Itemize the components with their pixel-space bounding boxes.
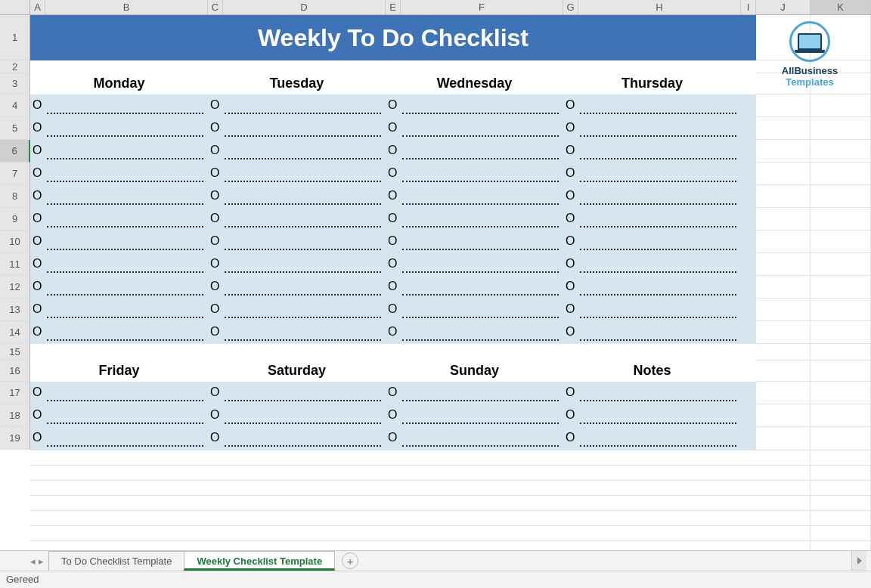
checklist-bullet[interactable]: O bbox=[566, 121, 575, 135]
sheet-tab-todo[interactable]: To Do Checklist Template bbox=[48, 551, 184, 571]
checklist-bullet[interactable]: O bbox=[388, 325, 397, 339]
checklist-bullet[interactable]: O bbox=[388, 280, 397, 293]
row-header-8[interactable]: 8 bbox=[0, 185, 30, 208]
checklist-line[interactable] bbox=[580, 203, 736, 205]
checklist-bullet[interactable]: O bbox=[566, 98, 575, 112]
row-header-17[interactable]: 17 bbox=[0, 382, 30, 404]
row-header-18[interactable]: 18 bbox=[0, 404, 30, 427]
column-header-G[interactable]: G bbox=[563, 0, 578, 14]
column-header-I[interactable]: I bbox=[741, 0, 756, 14]
checklist-line[interactable] bbox=[47, 422, 203, 424]
column-header-E[interactable]: E bbox=[386, 0, 401, 14]
checklist-bullet[interactable]: O bbox=[388, 408, 397, 422]
checklist-line[interactable] bbox=[225, 181, 381, 182]
checklist-bullet[interactable]: O bbox=[566, 166, 575, 180]
checklist-line[interactable] bbox=[402, 135, 559, 137]
checklist-line[interactable] bbox=[47, 271, 203, 273]
checklist-line[interactable] bbox=[402, 226, 559, 227]
tab-scroll-right[interactable] bbox=[851, 551, 866, 571]
row-header-11[interactable]: 11 bbox=[0, 253, 30, 276]
sheet-tab-weekly[interactable]: Weekly Checklist Template bbox=[184, 551, 335, 571]
row-header-6[interactable]: 6 bbox=[0, 140, 30, 162]
checklist-line[interactable] bbox=[580, 158, 736, 159]
checklist-line[interactable] bbox=[580, 181, 736, 182]
checklist-line[interactable] bbox=[580, 113, 736, 114]
checklist-bullet[interactable]: O bbox=[33, 431, 42, 444]
checklist-line[interactable] bbox=[402, 158, 559, 159]
checklist-bullet[interactable]: O bbox=[33, 212, 42, 225]
checklist-line[interactable] bbox=[47, 339, 203, 341]
row-header-19[interactable]: 19 bbox=[0, 427, 30, 450]
column-header-D[interactable]: D bbox=[223, 0, 386, 14]
checklist-bullet[interactable]: O bbox=[210, 431, 219, 444]
checklist-line[interactable] bbox=[47, 135, 203, 137]
checklist-line[interactable] bbox=[402, 249, 559, 250]
checklist-line[interactable] bbox=[580, 294, 736, 296]
checklist-line[interactable] bbox=[225, 339, 381, 341]
checklist-bullet[interactable]: O bbox=[388, 189, 397, 203]
row-header-14[interactable]: 14 bbox=[0, 321, 30, 344]
column-header-A[interactable]: A bbox=[30, 0, 45, 14]
column-header-J[interactable]: J bbox=[756, 0, 811, 14]
checklist-bullet[interactable]: O bbox=[566, 325, 575, 339]
checklist-line[interactable] bbox=[402, 181, 559, 182]
checklist-bullet[interactable]: O bbox=[388, 431, 397, 444]
checklist-bullet[interactable]: O bbox=[210, 189, 219, 203]
checklist-bullet[interactable]: O bbox=[210, 121, 219, 135]
checklist-line[interactable] bbox=[225, 294, 381, 296]
checklist-bullet[interactable]: O bbox=[566, 431, 575, 444]
checklist-line[interactable] bbox=[225, 445, 381, 447]
checklist-bullet[interactable]: O bbox=[210, 257, 219, 271]
row-header-4[interactable]: 4 bbox=[0, 94, 30, 117]
checklist-bullet[interactable]: O bbox=[33, 257, 42, 271]
checklist-line[interactable] bbox=[580, 249, 736, 250]
checklist-bullet[interactable]: O bbox=[388, 144, 397, 157]
checklist-bullet[interactable]: O bbox=[388, 121, 397, 135]
checklist-bullet[interactable]: O bbox=[210, 234, 219, 248]
checklist-bullet[interactable]: O bbox=[566, 212, 575, 225]
checklist-bullet[interactable]: O bbox=[210, 212, 219, 225]
tab-nav-next-icon[interactable]: ▸ bbox=[39, 556, 44, 567]
checklist-bullet[interactable]: O bbox=[388, 257, 397, 271]
checklist-bullet[interactable]: O bbox=[33, 166, 42, 180]
checklist-line[interactable] bbox=[225, 271, 381, 273]
checklist-line[interactable] bbox=[225, 400, 381, 401]
checklist-bullet[interactable]: O bbox=[33, 280, 42, 293]
checklist-bullet[interactable]: O bbox=[388, 385, 397, 399]
checklist-line[interactable] bbox=[402, 445, 559, 447]
tab-nav-buttons[interactable]: ◂ ▸ bbox=[30, 556, 44, 567]
checklist-bullet[interactable]: O bbox=[388, 98, 397, 112]
column-header-C[interactable]: C bbox=[208, 0, 223, 14]
checklist-bullet[interactable]: O bbox=[210, 385, 219, 399]
checklist-line[interactable] bbox=[47, 203, 203, 205]
checklist-bullet[interactable]: O bbox=[566, 408, 575, 422]
select-all-corner[interactable] bbox=[0, 0, 30, 14]
checklist-line[interactable] bbox=[580, 226, 736, 227]
checklist-bullet[interactable]: O bbox=[566, 385, 575, 399]
checklist-bullet[interactable]: O bbox=[566, 189, 575, 203]
row-header-13[interactable]: 13 bbox=[0, 299, 30, 321]
checklist-line[interactable] bbox=[580, 422, 736, 424]
checklist-bullet[interactable]: O bbox=[210, 408, 219, 422]
column-header-F[interactable]: F bbox=[401, 0, 563, 14]
checklist-bullet[interactable]: O bbox=[33, 189, 42, 203]
checklist-line[interactable] bbox=[47, 294, 203, 296]
checklist-bullet[interactable]: O bbox=[388, 212, 397, 225]
checklist-bullet[interactable]: O bbox=[566, 234, 575, 248]
checklist-line[interactable] bbox=[580, 400, 736, 401]
checklist-bullet[interactable]: O bbox=[33, 121, 42, 135]
row-header-7[interactable]: 7 bbox=[0, 162, 30, 185]
row-header-9[interactable]: 9 bbox=[0, 208, 30, 231]
checklist-line[interactable] bbox=[47, 400, 203, 401]
checklist-line[interactable] bbox=[47, 181, 203, 182]
checklist-bullet[interactable]: O bbox=[33, 144, 42, 157]
checklist-line[interactable] bbox=[47, 445, 203, 447]
checklist-bullet[interactable]: O bbox=[210, 325, 219, 339]
checklist-bullet[interactable]: O bbox=[566, 144, 575, 157]
checklist-bullet[interactable]: O bbox=[210, 98, 219, 112]
checklist-line[interactable] bbox=[580, 135, 736, 137]
checklist-line[interactable] bbox=[225, 113, 381, 114]
row-header-15[interactable]: 15 bbox=[0, 344, 30, 361]
checklist-line[interactable] bbox=[47, 249, 203, 250]
checklist-bullet[interactable]: O bbox=[388, 302, 397, 316]
